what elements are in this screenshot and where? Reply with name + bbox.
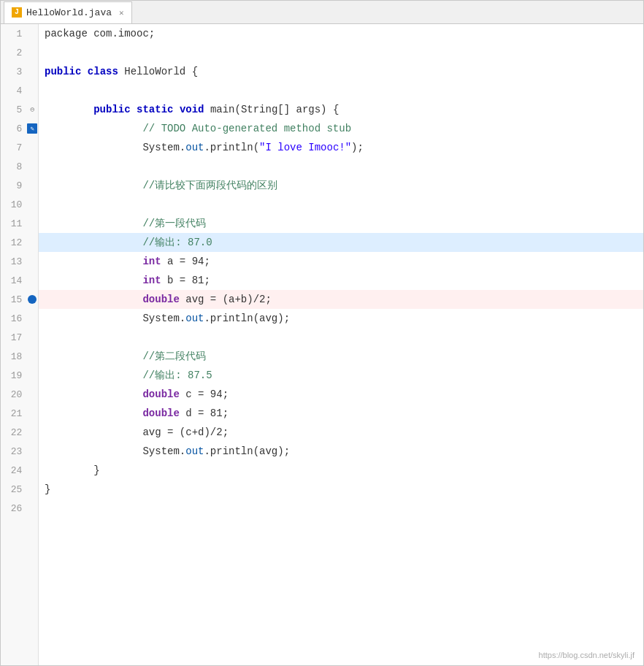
code-token	[45, 347, 142, 366]
gutter-row: 16	[1, 309, 38, 328]
code-token: //第一段代码	[142, 214, 206, 233]
line-number: 26	[1, 503, 26, 514]
gutter-row: 20	[1, 385, 38, 404]
code-line[interactable]: // TODO Auto-generated method stub	[39, 119, 643, 138]
code-line[interactable]: avg = (c+d)/2;	[39, 423, 643, 442]
code-token: //第二段代码	[142, 347, 206, 366]
code-token: int	[142, 252, 161, 271]
code-line[interactable]: //请比较下面两段代码的区别	[39, 176, 643, 195]
gutter-row: 6✎	[1, 119, 38, 138]
code-line[interactable]	[39, 81, 643, 100]
gutter-row: 12	[1, 233, 38, 252]
code-line[interactable]: System.out.println("I love Imooc!");	[39, 138, 643, 157]
code-line[interactable]: int a = 94;	[39, 252, 643, 271]
code-token: .println(avg);	[204, 309, 290, 328]
line-number: 4	[1, 85, 26, 96]
code-token	[45, 119, 142, 138]
code-line[interactable]: }	[39, 461, 643, 480]
code-token: main(String[] args) {	[204, 100, 339, 119]
code-line[interactable]	[39, 43, 643, 62]
code-token	[173, 100, 179, 119]
code-token	[45, 252, 142, 271]
code-token: public	[45, 62, 81, 81]
code-line[interactable]: //第二段代码	[39, 347, 643, 366]
code-token	[45, 385, 142, 404]
code-line[interactable]: System.out.println(avg);	[39, 442, 643, 461]
code-line[interactable]: //输出: 87.0	[39, 233, 643, 252]
code-token: void	[180, 100, 204, 119]
code-token: a = 94;	[161, 252, 210, 271]
gutter-row: 1	[1, 24, 38, 43]
tab-filename: HelloWorld.java	[26, 7, 112, 18]
code-token: System.	[45, 442, 185, 461]
code-token: //输出: 87.5	[142, 366, 212, 385]
code-line[interactable]: //输出: 87.5	[39, 366, 643, 385]
line-number: 12	[1, 237, 26, 248]
code-token: HelloWorld {	[118, 62, 198, 81]
code-token	[45, 290, 142, 309]
code-token: .println(avg);	[204, 442, 290, 461]
code-token: }	[45, 461, 100, 480]
code-token: c = 94;	[180, 385, 229, 404]
code-token: double	[142, 385, 179, 404]
gutter-row: 23	[1, 442, 38, 461]
line-number: 25	[1, 484, 26, 495]
line-number: 17	[1, 332, 26, 343]
code-token: System.	[45, 309, 185, 328]
code-token: public	[93, 100, 130, 119]
java-file-icon: J	[12, 7, 22, 18]
code-token: avg = (c+d)/2;	[45, 423, 229, 442]
code-line[interactable]: System.out.println(avg);	[39, 309, 643, 328]
code-token: );	[351, 138, 364, 157]
line-number: 5	[1, 104, 26, 115]
gutter-row: 18	[1, 347, 38, 366]
line-number: 6	[1, 123, 26, 134]
code-line[interactable]: public static void main(String[] args) {	[39, 100, 643, 119]
gutter-row: 24	[1, 461, 38, 480]
line-number: 13	[1, 256, 26, 267]
watermark: https://blog.csdn.net/skyli.jf	[539, 651, 635, 659]
gutter-row: 19	[1, 366, 38, 385]
gutter-row: 7	[1, 138, 38, 157]
line-number: 2	[1, 47, 26, 58]
editor-window: J HelloWorld.java ✕ 12345⊖6✎789101112131…	[0, 0, 644, 666]
code-token: out	[185, 309, 204, 328]
code-token: double	[142, 290, 179, 309]
code-line[interactable]: //第一段代码	[39, 214, 643, 233]
code-token	[45, 214, 142, 233]
code-line[interactable]: double d = 81;	[39, 404, 643, 423]
code-token: //输出: 87.0	[142, 233, 212, 252]
tab-close-button[interactable]: ✕	[119, 8, 124, 18]
line-number: 22	[1, 427, 26, 438]
code-line[interactable]	[39, 499, 643, 518]
code-token	[81, 62, 87, 81]
gutter-row: 14	[1, 271, 38, 290]
line-number: 11	[1, 218, 26, 229]
code-token: // TODO Auto-generated method stub	[142, 119, 351, 138]
code-editor[interactable]: package com.imooc; public class HelloWor…	[39, 24, 643, 665]
code-token	[131, 100, 137, 119]
code-line[interactable]	[39, 157, 643, 176]
gutter-row: 26	[1, 499, 38, 518]
code-line[interactable]: package com.imooc;	[39, 24, 643, 43]
code-line[interactable]	[39, 328, 643, 347]
collapse-arrow-icon[interactable]: ⊖	[30, 105, 34, 114]
gutter-row: 3	[1, 62, 38, 81]
code-line[interactable]: double c = 94;	[39, 385, 643, 404]
code-token: b = 81;	[161, 271, 210, 290]
line-number: 3	[1, 66, 26, 77]
quickfix-icon[interactable]: ✎	[27, 123, 37, 134]
line-number: 19	[1, 370, 26, 381]
code-line[interactable]: }	[39, 480, 643, 499]
tab-bar: J HelloWorld.java ✕	[1, 1, 643, 24]
code-line[interactable]: double avg = (a+b)/2;	[39, 290, 643, 309]
gutter-row: 21	[1, 404, 38, 423]
code-line[interactable]	[39, 195, 643, 214]
code-token	[45, 271, 142, 290]
code-line[interactable]: public class HelloWorld {	[39, 62, 643, 81]
code-line[interactable]: int b = 81;	[39, 271, 643, 290]
code-token: System.	[45, 138, 185, 157]
line-gutter: 12345⊖6✎78910111213141516171819202122232…	[1, 24, 39, 665]
editor-tab[interactable]: J HelloWorld.java ✕	[4, 1, 132, 23]
code-token: //请比较下面两段代码的区别	[142, 176, 277, 195]
